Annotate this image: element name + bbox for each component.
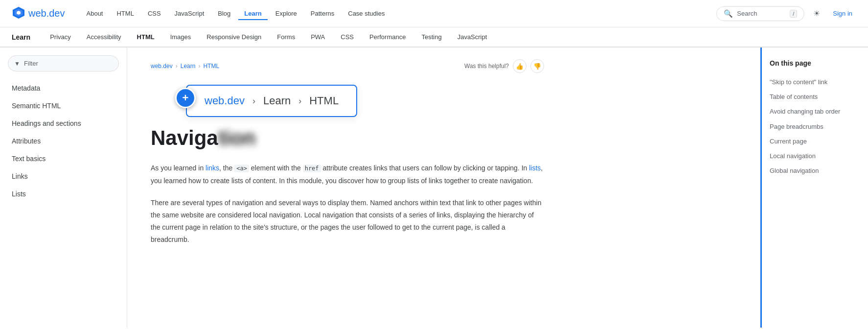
secondary-nav: Learn Privacy Accessibility HTML Images … — [0, 27, 868, 47]
content-inner: web.dev › Learn › HTML Was this helpful?… — [127, 47, 568, 268]
code-href: href — [303, 165, 321, 172]
page-title-blurred: tion — [218, 126, 256, 150]
search-bar[interactable]: 🔍 Search / — [716, 6, 804, 21]
learn-title: Learn — [12, 33, 30, 41]
toc-item-toc[interactable]: Table of contents — [770, 90, 860, 104]
sec-tab-performance[interactable]: Performance — [362, 27, 413, 47]
sidebar-item-text-basics[interactable]: Text basics — [0, 150, 127, 167]
sec-nav-links: Privacy Accessibility HTML Images Respon… — [42, 27, 495, 47]
nav-link-explore[interactable]: Explore — [270, 7, 303, 20]
zoom-sep1: › — [252, 96, 255, 106]
sidebar-item-semantic-html[interactable]: Semantic HTML — [0, 97, 127, 115]
nav-link-case-studies[interactable]: Case studies — [342, 7, 390, 20]
page-title: Navigation — [151, 126, 544, 150]
sec-tab-images[interactable]: Images — [162, 27, 199, 47]
breadcrumb-row: web.dev › Learn › HTML Was this helpful?… — [151, 59, 544, 73]
helpful-row: Was this helpful? 👍 👎 — [464, 59, 544, 73]
main-layout: ▼ Filter Metadata Semantic HTML Headings… — [0, 47, 868, 328]
sidebar-item-links[interactable]: Links — [0, 167, 127, 185]
sec-tab-accessibility[interactable]: Accessibility — [79, 27, 129, 47]
filter-label: Filter — [24, 60, 38, 67]
breadcrumb: web.dev › Learn › HTML — [151, 63, 219, 70]
filter-icon: ▼ — [14, 60, 20, 67]
sidebar-item-headings[interactable]: Headings and sections — [0, 115, 127, 132]
content-area: web.dev › Learn › HTML Was this helpful?… — [127, 47, 760, 328]
helpful-text: Was this helpful? — [464, 63, 509, 70]
nav-link-learn[interactable]: Learn — [238, 7, 267, 20]
nav-link-about[interactable]: About — [81, 7, 109, 20]
page-title-text: Naviga — [151, 126, 218, 149]
toc-item-breadcrumbs[interactable]: Page breadcrumbs — [770, 119, 860, 134]
zoom-overlay: + web.dev › Learn › HTML — [151, 83, 544, 122]
on-this-page-title: On this page — [770, 59, 860, 67]
nav-link-javascript[interactable]: JavaScript — [169, 7, 210, 20]
zoom-box: web.dev › Learn › HTML — [186, 85, 357, 117]
link-links[interactable]: links — [206, 164, 219, 172]
toc-item-skip[interactable]: "Skip to content" link — [770, 75, 860, 90]
sidebar-item-metadata[interactable]: Metadata — [0, 79, 127, 97]
sign-in-button[interactable]: Sign in — [829, 7, 856, 20]
nav-link-patterns[interactable]: Patterns — [305, 7, 340, 20]
toc-item-tab-order[interactable]: Avoid changing tab order — [770, 104, 860, 119]
toc-item-local-nav[interactable]: Local navigation — [770, 149, 860, 164]
breadcrumb-sep1: › — [176, 63, 178, 70]
theme-toggle[interactable]: ☀ — [810, 6, 823, 21]
sec-tab-privacy[interactable]: Privacy — [42, 27, 79, 47]
breadcrumb-html[interactable]: HTML — [203, 63, 219, 70]
nav-link-blog[interactable]: Blog — [212, 7, 236, 20]
toc-item-current-page[interactable]: Current page — [770, 134, 860, 149]
nav-links: About HTML CSS JavaScript Blog Learn Exp… — [81, 7, 717, 20]
content-para1: As you learned in links, the <a> element… — [151, 162, 544, 187]
content-para2: There are several types of navigation an… — [151, 197, 544, 246]
link-lists[interactable]: lists — [529, 164, 541, 172]
top-nav: web.dev About HTML CSS JavaScript Blog L… — [0, 0, 868, 27]
toc-item-global-nav[interactable]: Global navigation — [770, 164, 860, 178]
zoom-learn: Learn — [263, 95, 291, 107]
zoom-html: HTML — [309, 95, 339, 107]
thumbs-down-button[interactable]: 👎 — [530, 59, 544, 73]
sec-tab-html[interactable]: HTML — [129, 27, 162, 47]
sec-tab-pwa[interactable]: PWA — [303, 27, 333, 47]
sec-tab-testing[interactable]: Testing — [413, 27, 449, 47]
right-sidebar: On this page "Skip to content" link Tabl… — [760, 47, 868, 328]
sec-tab-responsive[interactable]: Responsive Design — [199, 27, 269, 47]
sidebar-item-lists[interactable]: Lists — [0, 185, 127, 203]
sec-tab-javascript[interactable]: JavaScript — [450, 27, 495, 47]
code-a: <a> — [234, 165, 249, 172]
nav-right: 🔍 Search / ☀ Sign in — [716, 6, 856, 21]
logo-icon — [12, 6, 25, 21]
nav-link-css[interactable]: CSS — [142, 7, 167, 20]
zoom-sep2: › — [298, 96, 301, 106]
thumbs-up-button[interactable]: 👍 — [513, 59, 526, 73]
filter-button[interactable]: ▼ Filter — [8, 55, 119, 71]
breadcrumb-learn[interactable]: Learn — [181, 63, 196, 70]
zoom-webdev: web.dev — [205, 95, 245, 107]
sec-tab-css[interactable]: CSS — [333, 27, 362, 47]
logo-area[interactable]: web.dev — [12, 6, 65, 21]
logo-text: web.dev — [28, 8, 65, 19]
nav-link-html[interactable]: HTML — [111, 7, 139, 20]
breadcrumb-webdev[interactable]: web.dev — [151, 63, 173, 70]
sidebar-item-attributes[interactable]: Attributes — [0, 132, 127, 150]
search-icon: 🔍 — [724, 9, 733, 18]
breadcrumb-sep2: › — [198, 63, 200, 70]
zoom-icon: + — [175, 88, 196, 108]
left-sidebar: ▼ Filter Metadata Semantic HTML Headings… — [0, 47, 127, 328]
sec-tab-forms[interactable]: Forms — [269, 27, 303, 47]
kbd-slash: / — [790, 10, 797, 18]
search-label: Search — [737, 10, 786, 17]
